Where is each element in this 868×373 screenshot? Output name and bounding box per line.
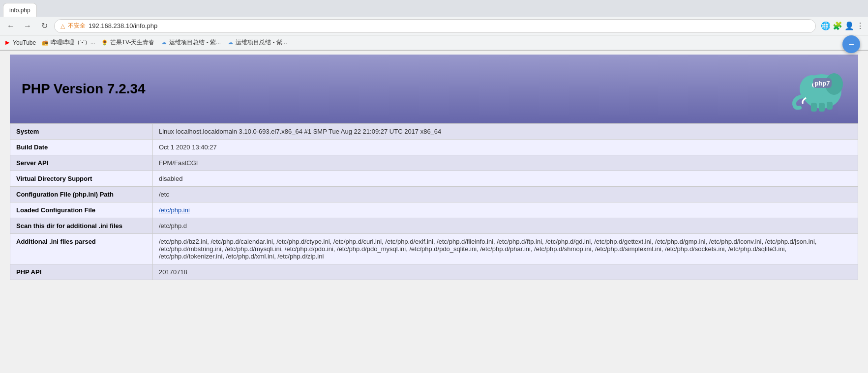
bookmark-yunwei1-label: 运维项目总结 - 紫... bbox=[169, 38, 221, 47]
bookmark-mango-label: 芒果TV-天生青春 bbox=[110, 38, 155, 47]
table-row: Build DateOct 1 2020 13:40:27 bbox=[10, 140, 858, 155]
table-row: Additional .ini files parsed/etc/php.d/b… bbox=[10, 234, 858, 264]
table-row: Configuration File (php.ini) Path/etc bbox=[10, 187, 858, 202]
svg-rect-6 bbox=[819, 103, 825, 112]
row-key: Build Date bbox=[10, 140, 153, 155]
bookmark-yunwei1[interactable]: ☁ 运维项目总结 - 紫... bbox=[160, 38, 221, 47]
youtube-bookmark-icon: ▶ bbox=[4, 39, 11, 46]
active-tab[interactable]: info.php bbox=[3, 3, 37, 17]
row-key: Configuration File (php.ini) Path bbox=[10, 187, 153, 202]
row-value: /etc/php.d/bz2.ini, /etc/php.d/calendar.… bbox=[153, 234, 858, 264]
row-value: FPM/FastCGI bbox=[153, 155, 858, 171]
phpinfo-title: PHP Version 7.2.34 bbox=[22, 81, 146, 96]
row-key: Scan this dir for additional .ini files bbox=[10, 218, 153, 234]
table-row: Server APIFPM/FastCGI bbox=[10, 155, 858, 171]
row-key: Additional .ini files parsed bbox=[10, 234, 153, 264]
row-value: /etc bbox=[153, 187, 858, 202]
address-bar[interactable]: △ 不安全 192.168.238.10/info.php bbox=[54, 19, 816, 33]
row-value: /etc/php.d bbox=[153, 218, 858, 234]
row-value-link[interactable]: /etc/php.ini bbox=[159, 206, 190, 214]
php-elephant-logo: php7 bbox=[787, 64, 846, 114]
svg-text:php7: php7 bbox=[814, 80, 830, 87]
bookmark-bilibili-label: 哔哩哔哩（'-'）... bbox=[51, 38, 95, 47]
forward-button[interactable]: → bbox=[21, 19, 34, 33]
row-key: Loaded Configuration File bbox=[10, 202, 153, 218]
table-row: Virtual Directory Supportdisabled bbox=[10, 171, 858, 187]
translate-icon[interactable]: 🌐 bbox=[821, 21, 831, 30]
row-key: Virtual Directory Support bbox=[10, 171, 153, 187]
back-button[interactable]: ← bbox=[4, 19, 18, 33]
table-row: Scan this dir for additional .ini files/… bbox=[10, 218, 858, 234]
reload-button[interactable]: ↻ bbox=[37, 19, 51, 33]
tab-bar: info.php bbox=[0, 0, 868, 17]
extensions-icon[interactable]: 🧩 bbox=[833, 21, 842, 30]
menu-icon[interactable]: ⋮ bbox=[856, 21, 864, 30]
browser-actions: 🌐 🧩 👤 ⋮ bbox=[821, 21, 864, 30]
bookmark-youtube[interactable]: ▶ YouTube bbox=[4, 39, 36, 46]
phpinfo-title-block: PHP Version 7.2.34 bbox=[22, 81, 146, 97]
page-content: PHP Version 7.2.34 bbox=[10, 55, 858, 280]
mango-bookmark-icon: 🌻 bbox=[101, 39, 108, 46]
row-value: Linux localhost.localdomain 3.10.0-693.e… bbox=[153, 124, 858, 140]
row-key: Server API bbox=[10, 155, 153, 171]
bookmark-yunwei2-label: 运维项目总结 - 紫... bbox=[236, 38, 287, 47]
bookmarks-bar: ▶ YouTube 📻 哔哩哔哩（'-'）... 🌻 芒果TV-天生青春 ☁ 运… bbox=[0, 35, 868, 50]
phpinfo-table: SystemLinux localhost.localdomain 3.10.0… bbox=[10, 123, 858, 280]
table-row: SystemLinux localhost.localdomain 3.10.0… bbox=[10, 124, 858, 140]
row-key: System bbox=[10, 124, 153, 140]
table-row: Loaded Configuration File/etc/php.ini bbox=[10, 202, 858, 218]
row-key: PHP API bbox=[10, 264, 153, 280]
svg-rect-7 bbox=[827, 102, 833, 110]
profile-icon[interactable]: 👤 bbox=[844, 21, 854, 30]
table-row: PHP API20170718 bbox=[10, 264, 858, 280]
row-value: 20170718 bbox=[153, 264, 858, 280]
bookmark-yunwei2[interactable]: ☁ 运维项目总结 - 紫... bbox=[227, 38, 287, 47]
browser-chrome: info.php ← → ↻ △ 不安全 192.168.238.10/info… bbox=[0, 0, 868, 51]
phpinfo-header: PHP Version 7.2.34 bbox=[10, 55, 858, 123]
yunwei2-bookmark-icon: ☁ bbox=[227, 39, 234, 46]
url-display: 192.168.238.10/info.php bbox=[89, 22, 157, 29]
bookmark-mango[interactable]: 🌻 芒果TV-天生青春 bbox=[101, 38, 155, 47]
bilibili-bookmark-icon: 📻 bbox=[42, 39, 49, 46]
security-warning-icon: △ bbox=[60, 23, 65, 29]
security-label: 不安全 bbox=[68, 22, 86, 30]
address-bar-row: ← → ↻ △ 不安全 192.168.238.10/info.php 🌐 🧩 … bbox=[0, 17, 868, 35]
row-value: Oct 1 2020 13:40:27 bbox=[153, 140, 858, 155]
svg-rect-5 bbox=[811, 103, 817, 112]
row-value: /etc/php.ini bbox=[153, 202, 858, 218]
tab-title: info.php bbox=[9, 7, 30, 14]
bookmark-youtube-label: YouTube bbox=[13, 39, 36, 46]
floating-action-button[interactable]: − bbox=[842, 35, 860, 53]
row-value: disabled bbox=[153, 171, 858, 187]
bookmark-bilibili[interactable]: 📻 哔哩哔哩（'-'）... bbox=[42, 38, 95, 47]
floating-btn-icon: − bbox=[848, 39, 854, 50]
yunwei1-bookmark-icon: ☁ bbox=[160, 39, 167, 46]
